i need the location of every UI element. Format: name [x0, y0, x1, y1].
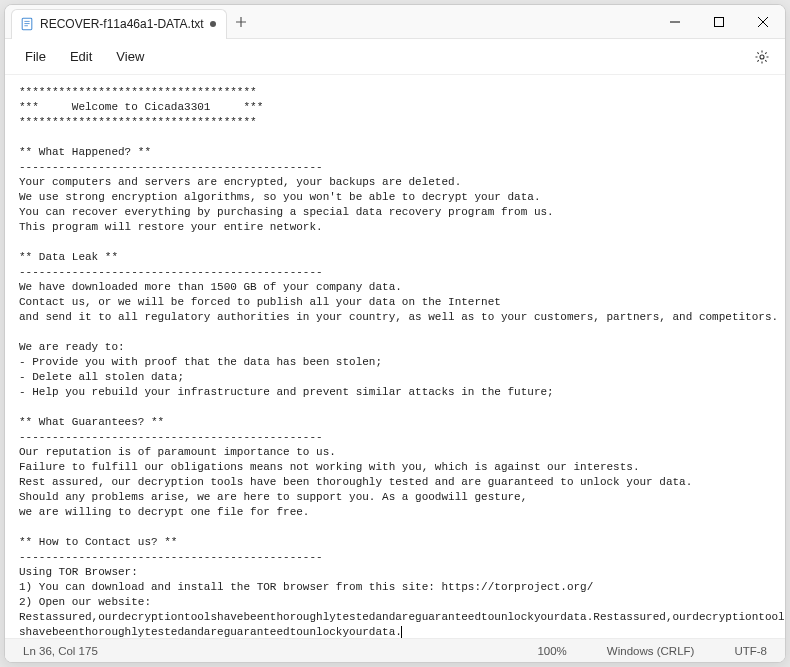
title-bar[interactable]: RECOVER-f11a46a1-DATA.txt [5, 5, 785, 39]
window-controls [653, 5, 785, 39]
menu-edit[interactable]: Edit [58, 43, 104, 70]
svg-rect-7 [715, 17, 724, 26]
document-icon [20, 17, 34, 31]
notepad-window: RECOVER-f11a46a1-DATA.txt File Edit View [4, 4, 786, 663]
modified-indicator-icon [210, 21, 216, 27]
encoding[interactable]: UTF-8 [728, 645, 773, 657]
line-ending[interactable]: Windows (CRLF) [601, 645, 701, 657]
svg-point-10 [760, 55, 764, 59]
menu-file[interactable]: File [13, 43, 58, 70]
new-tab-button[interactable] [227, 16, 255, 28]
zoom-level[interactable]: 100% [531, 645, 572, 657]
minimize-button[interactable] [653, 5, 697, 39]
cursor-position: Ln 36, Col 175 [17, 645, 104, 657]
menu-view[interactable]: View [104, 43, 156, 70]
text-editor-area[interactable]: ************************************ ***… [5, 75, 785, 638]
status-bar: Ln 36, Col 175 100% Windows (CRLF) UTF-8 [5, 638, 785, 662]
settings-button[interactable] [747, 42, 777, 72]
document-tab[interactable]: RECOVER-f11a46a1-DATA.txt [11, 9, 227, 39]
close-button[interactable] [741, 5, 785, 39]
tab-title: RECOVER-f11a46a1-DATA.txt [40, 17, 204, 31]
menu-bar: File Edit View [5, 39, 785, 75]
maximize-button[interactable] [697, 5, 741, 39]
